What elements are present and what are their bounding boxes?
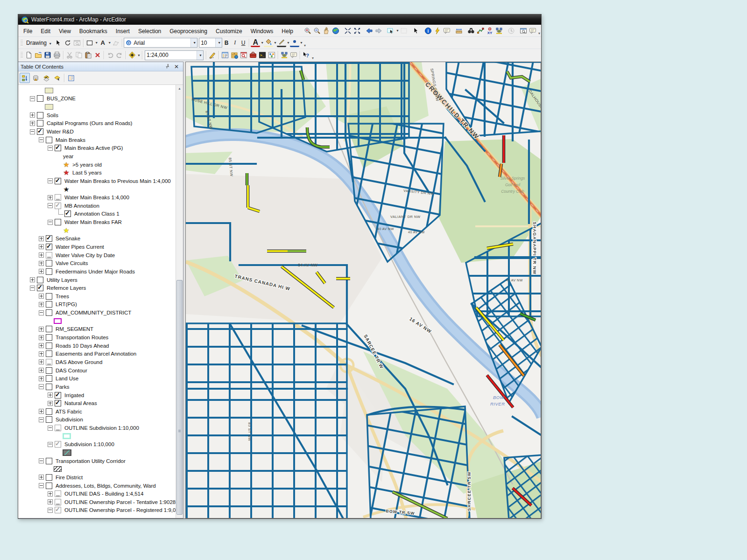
toc-row[interactable]: RM_SEGMENT [18, 325, 176, 334]
add-data-icon[interactable] [127, 50, 137, 60]
layer-checkbox[interactable] [55, 203, 61, 209]
layer-checkbox[interactable] [46, 260, 52, 266]
go-to-xy-icon[interactable] [485, 26, 494, 35]
layer-label[interactable]: Trees [55, 294, 69, 299]
toc-row[interactable]: Trees [18, 292, 176, 301]
open-icon[interactable] [34, 50, 43, 60]
menu-selection[interactable]: Selection [134, 27, 165, 36]
modelbuilder-icon[interactable] [267, 50, 276, 60]
toolbar-overflow-icon[interactable]: ▾ [304, 43, 306, 49]
layer-checkbox[interactable] [46, 474, 52, 481]
layer-label[interactable]: Feedermains Under Major Roads [55, 269, 135, 274]
toc-row[interactable]: Parks [18, 383, 176, 391]
rectangle-tool-icon[interactable] [85, 38, 94, 48]
layer-label[interactable]: Addresses, Lots, Bldgs, Community, Ward [55, 483, 156, 489]
redo-icon[interactable] [115, 50, 124, 60]
toc-row[interactable] [18, 432, 176, 441]
toc-row[interactable]: DAS Contour [18, 366, 176, 375]
layer-label[interactable]: OUTLINE Ownership Parcel - Registered 1:… [64, 507, 176, 513]
scroll-up-icon[interactable]: ▲ [176, 85, 183, 92]
layer-checkbox[interactable] [37, 128, 43, 135]
layer-checkbox[interactable] [55, 178, 61, 184]
catalog-window-icon[interactable] [230, 50, 239, 60]
go-back-extent-icon[interactable] [365, 26, 374, 35]
layer-checkbox[interactable] [46, 416, 52, 423]
zoom-out-icon[interactable] [312, 26, 322, 35]
fixed-zoom-in-icon[interactable] [343, 26, 352, 35]
toc-row[interactable] [18, 514, 176, 518]
menu-file[interactable]: File [19, 27, 36, 36]
list-by-visibility-icon[interactable] [41, 73, 51, 83]
toc-row[interactable]: MB Annotation [18, 202, 176, 210]
layer-checkbox[interactable] [55, 194, 61, 201]
schematic-icon[interactable] [280, 50, 289, 60]
editor-toolbar-icon[interactable] [208, 50, 217, 60]
layer-label[interactable]: Transportation Utility Corridor [55, 458, 126, 464]
toc-row[interactable]: OUTLINE Subdivision 1:10,000 [18, 424, 176, 432]
layer-checkbox[interactable] [37, 95, 43, 102]
full-extent-icon[interactable] [331, 26, 340, 35]
layer-label[interactable]: Natural Areas [64, 400, 97, 406]
layer-label[interactable]: Water Main Breaks 1:4,000 [64, 195, 129, 200]
toc-row[interactable]: DAS Above Ground [18, 358, 176, 366]
layer-label[interactable]: Easements and Parcel Annotation [55, 351, 136, 357]
toc-row[interactable]: Water Pipes Current [18, 243, 176, 251]
toc-row[interactable]: Annotation Class 1 [18, 210, 176, 218]
toc-row[interactable]: Water Main Breaks 1:4,000 [18, 193, 176, 202]
copy-icon[interactable] [74, 50, 84, 60]
find-route-icon[interactable] [476, 26, 485, 35]
table-of-contents-icon[interactable] [220, 50, 230, 60]
layer-label[interactable]: OUTLINE DAS - Building 1:4,514 [64, 491, 143, 497]
toc-row[interactable]: ★Last 5 years [18, 168, 176, 177]
collapse-icon[interactable] [48, 508, 53, 513]
hyperlink-icon[interactable] [433, 26, 442, 35]
expand-icon[interactable] [48, 392, 53, 398]
layer-label[interactable]: Main Breaks [55, 137, 85, 143]
layer-label[interactable]: >5 years old [72, 162, 102, 168]
layer-checkbox[interactable] [37, 112, 43, 119]
toc-row[interactable]: Water Main Breaks to Previous Main 1:4,0… [18, 177, 176, 185]
toc-row[interactable]: Water Main Breaks FAR [18, 218, 176, 226]
measure-icon[interactable] [454, 26, 464, 35]
italic-button[interactable]: I [231, 38, 239, 48]
layer-checkbox[interactable] [46, 359, 52, 365]
collapse-icon[interactable] [48, 203, 53, 208]
layer-label[interactable]: LRT(PG) [55, 301, 77, 307]
auto-hide-pin-icon[interactable] [163, 63, 172, 70]
pan-icon[interactable] [322, 26, 331, 35]
go-forward-extent-icon[interactable] [374, 26, 383, 35]
layer-checkbox[interactable] [46, 268, 52, 275]
expand-icon[interactable] [39, 475, 44, 480]
layer-checkbox[interactable] [46, 293, 52, 300]
layer-label[interactable]: Utility Layers [46, 277, 78, 283]
list-by-selection-icon[interactable] [52, 73, 62, 83]
menu-customize[interactable]: Customize [211, 27, 247, 36]
layer-checkbox[interactable] [46, 334, 52, 341]
expand-icon[interactable] [39, 252, 44, 258]
layer-label[interactable]: Subdivision [55, 417, 83, 422]
toc-options-icon[interactable] [66, 73, 76, 83]
toc-row[interactable]: Main Breaks Active (PG) [18, 144, 176, 152]
collapse-icon[interactable] [30, 286, 35, 291]
expand-icon[interactable] [48, 401, 53, 406]
toc-row[interactable]: Transportation Routes [18, 333, 176, 342]
expand-icon[interactable] [39, 302, 44, 307]
toc-row[interactable] [18, 465, 176, 473]
toc-row[interactable]: OUTLINE Ownership Parcel - Registered 1:… [18, 506, 176, 515]
cut-icon[interactable] [65, 50, 74, 60]
menu-bookmarks[interactable]: Bookmarks [75, 27, 112, 36]
toc-row[interactable]: Valve Circuits [18, 259, 176, 267]
layer-label[interactable]: Water Main Breaks to Previous Main 1:4,0… [64, 178, 171, 184]
layer-label[interactable]: Parks [55, 384, 69, 390]
toc-row[interactable]: Easements and Parcel Annotation [18, 350, 176, 358]
print-icon[interactable] [52, 50, 62, 60]
layer-label[interactable]: Soils [46, 112, 58, 118]
layer-label[interactable]: Refernce Layers [46, 285, 86, 291]
fixed-zoom-out-icon[interactable] [352, 26, 362, 35]
layer-label[interactable]: Transportation Routes [55, 335, 108, 340]
toc-row[interactable] [18, 86, 176, 95]
toc-row[interactable]: Main Breaks [18, 136, 176, 144]
layer-label[interactable]: Last 5 years [72, 170, 102, 175]
toc-row[interactable]: Water Valve City by Date [18, 251, 176, 259]
layer-checkbox[interactable] [46, 137, 52, 143]
